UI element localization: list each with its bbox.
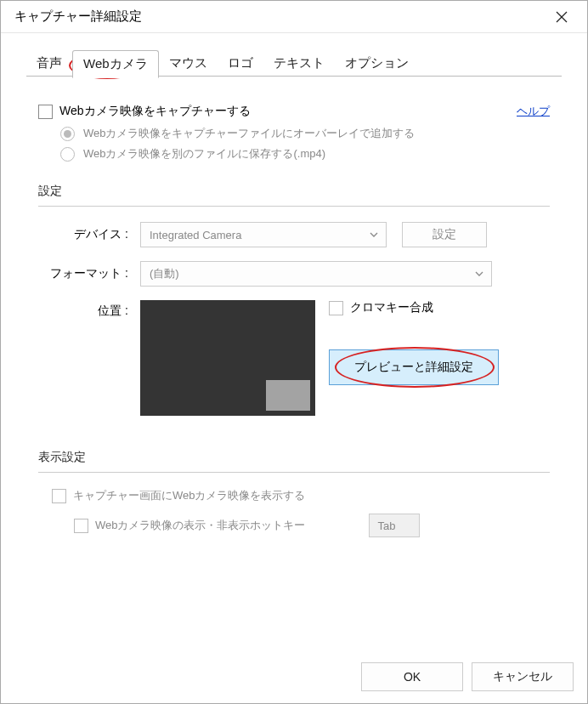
device-select-value: Integrated Camera xyxy=(150,229,241,241)
option-savefile-radio[interactable] xyxy=(60,147,75,162)
position-row: 位置 : クロマキー合成 プレビューと詳細設定 xyxy=(38,300,550,416)
option-overlay-label: Webカメラ映像をキャプチャーファイルにオーバーレイで追加する xyxy=(83,126,416,141)
settings-group: 設定 デバイス : Integrated Camera 設定 フォーマット : … xyxy=(38,184,550,416)
show-on-capture-checkbox[interactable] xyxy=(52,489,66,503)
close-icon xyxy=(556,11,568,23)
tab-options[interactable]: オプション xyxy=(335,50,419,78)
show-on-capture-row[interactable]: キャプチャー画面にWebカメラ映像を表示する xyxy=(52,488,550,503)
position-label: 位置 : xyxy=(38,300,140,319)
preview-detail-button[interactable]: プレビューと詳細設定 xyxy=(329,349,499,385)
format-row: フォーマット : (自動) xyxy=(38,261,550,287)
option-overlay-radio[interactable] xyxy=(60,127,75,141)
tabs: 音声 Webカメラ マウス ロゴ テキスト オプション xyxy=(1,33,587,78)
option-overlay-row: Webカメラ映像をキャプチャーファイルにオーバーレイで追加する xyxy=(60,126,550,141)
position-preview[interactable] xyxy=(140,300,315,416)
window-title: キャプチャー詳細設定 xyxy=(14,9,142,25)
show-on-capture-label: キャプチャー画面にWebカメラ映像を表示する xyxy=(73,488,306,503)
hotkey-checkbox[interactable] xyxy=(74,519,88,533)
capture-webcam-row[interactable]: Webカメラ映像をキャプチャーする xyxy=(38,104,517,119)
chromakey-row[interactable]: クロマキー合成 xyxy=(329,300,499,315)
titlebar: キャプチャー詳細設定 xyxy=(1,1,587,33)
position-side: クロマキー合成 プレビューと詳細設定 xyxy=(329,300,499,385)
settings-legend: 設定 xyxy=(38,184,550,206)
hotkey-label: Webカメラ映像の表示・非表示ホットキー xyxy=(95,518,306,533)
chromakey-label: クロマキー合成 xyxy=(350,300,433,315)
content-area: ヘルプ Webカメラ映像をキャプチャーする Webカメラ映像をキャプチャーファイ… xyxy=(1,78,587,554)
settings-divider xyxy=(38,206,550,207)
chromakey-checkbox[interactable] xyxy=(329,301,343,315)
footer: OK キャンセル xyxy=(361,662,574,691)
hotkey-field[interactable]: Tab xyxy=(369,514,420,537)
preview-detail-label: プレビューと詳細設定 xyxy=(354,360,473,375)
tab-logo[interactable]: ロゴ xyxy=(218,50,263,78)
display-divider xyxy=(38,472,550,473)
device-row: デバイス : Integrated Camera 設定 xyxy=(38,222,550,247)
cancel-button[interactable]: キャンセル xyxy=(472,662,574,691)
tab-mouse[interactable]: マウス xyxy=(159,50,218,78)
option-savefile-label: Webカメラ映像を別のファイルに保存する(.mp4) xyxy=(83,146,325,162)
tab-webcam[interactable]: Webカメラ xyxy=(72,50,159,78)
device-label: デバイス : xyxy=(38,227,140,242)
close-button[interactable] xyxy=(545,3,579,31)
ok-button[interactable]: OK xyxy=(361,662,463,691)
capture-webcam-label: Webカメラ映像をキャプチャーする xyxy=(59,104,251,119)
format-label: フォーマット : xyxy=(38,266,140,281)
overlay-options: Webカメラ映像をキャプチャーファイルにオーバーレイで追加する Webカメラ映像… xyxy=(60,126,550,162)
hotkey-row[interactable]: Webカメラ映像の表示・非表示ホットキー Tab xyxy=(74,514,550,537)
tab-text[interactable]: テキスト xyxy=(263,50,335,78)
chevron-down-icon xyxy=(369,230,379,240)
chevron-down-icon xyxy=(474,269,484,279)
format-select-value: (自動) xyxy=(150,266,179,281)
tab-audio[interactable]: 音声 xyxy=(26,50,72,78)
device-settings-button[interactable]: 設定 xyxy=(402,222,487,247)
format-select[interactable]: (自動) xyxy=(140,261,492,287)
help-link[interactable]: ヘルプ xyxy=(517,104,550,119)
option-savefile-row: Webカメラ映像を別のファイルに保存する(.mp4) xyxy=(60,146,550,162)
position-preview-handle[interactable] xyxy=(266,380,310,411)
display-group: 表示設定 キャプチャー画面にWebカメラ映像を表示する Webカメラ映像の表示・… xyxy=(38,450,550,537)
capture-webcam-checkbox[interactable] xyxy=(38,105,53,119)
display-legend: 表示設定 xyxy=(38,450,550,472)
device-select[interactable]: Integrated Camera xyxy=(140,222,387,247)
